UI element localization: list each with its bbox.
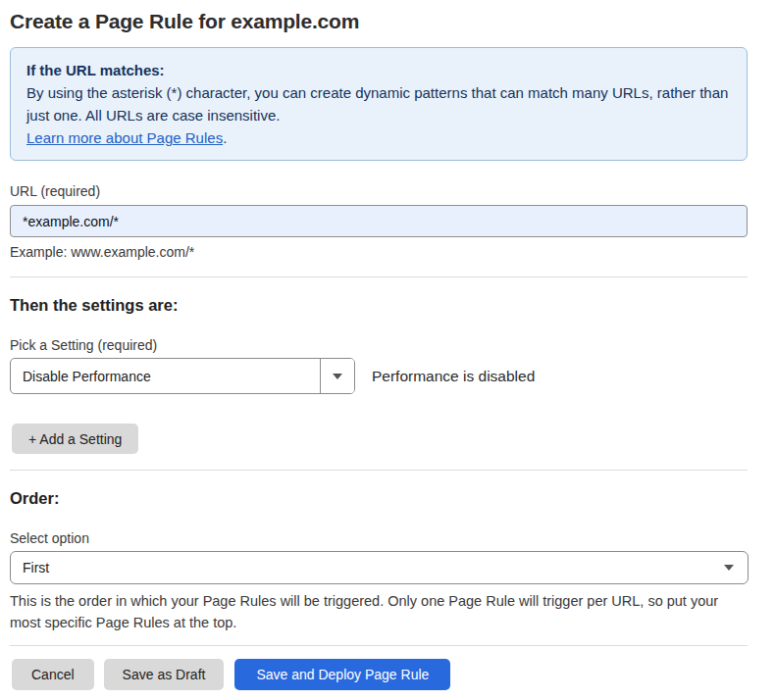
order-select[interactable]: First	[10, 551, 749, 584]
pick-setting-label: Pick a Setting (required)	[10, 336, 748, 354]
order-select-label: Select option	[10, 529, 748, 547]
page-title: Create a Page Rule for example.com	[10, 10, 748, 33]
info-box-link-line: Learn more about Page Rules.	[26, 126, 731, 149]
add-setting-button[interactable]: + Add a Setting	[12, 424, 138, 454]
chevron-down-icon	[333, 374, 342, 379]
create-page-rule-form: Create a Page Rule for example.com If th…	[0, 0, 775, 690]
setting-dropdown-caret-button[interactable]	[320, 359, 354, 393]
setting-dropdown-value: Disable Performance	[11, 359, 320, 393]
order-select-value: First	[23, 560, 724, 575]
info-box-body-text: By using the asterisk (*) character, you…	[26, 84, 728, 124]
divider	[10, 645, 748, 646]
divider	[10, 470, 748, 471]
order-help-text: This is the order in which your Page Rul…	[10, 590, 748, 633]
save-deploy-button[interactable]: Save and Deploy Page Rule	[234, 659, 450, 690]
cancel-button[interactable]: Cancel	[12, 659, 94, 690]
form-actions: Cancel Save as Draft Save and Deploy Pag…	[12, 659, 748, 690]
info-box-body: By using the asterisk (*) character, you…	[26, 81, 731, 126]
save-draft-button[interactable]: Save as Draft	[104, 659, 225, 690]
url-label: URL (required)	[10, 182, 748, 200]
learn-more-link[interactable]: Learn more about Page Rules	[26, 129, 223, 146]
link-period: .	[223, 129, 227, 146]
settings-section-heading: Then the settings are:	[10, 295, 748, 315]
url-example-text: Example: www.example.com/*	[10, 243, 748, 261]
url-input[interactable]	[10, 205, 748, 237]
chevron-down-icon	[724, 565, 734, 571]
divider	[10, 276, 748, 277]
info-box-heading: If the URL matches:	[26, 59, 731, 81]
setting-row: Disable Performance Performance is disab…	[10, 358, 748, 394]
setting-dropdown[interactable]: Disable Performance	[10, 358, 355, 394]
setting-status-text: Performance is disabled	[372, 368, 535, 385]
url-matches-info-box: If the URL matches: By using the asteris…	[10, 47, 748, 161]
order-section-heading: Order:	[10, 488, 748, 508]
